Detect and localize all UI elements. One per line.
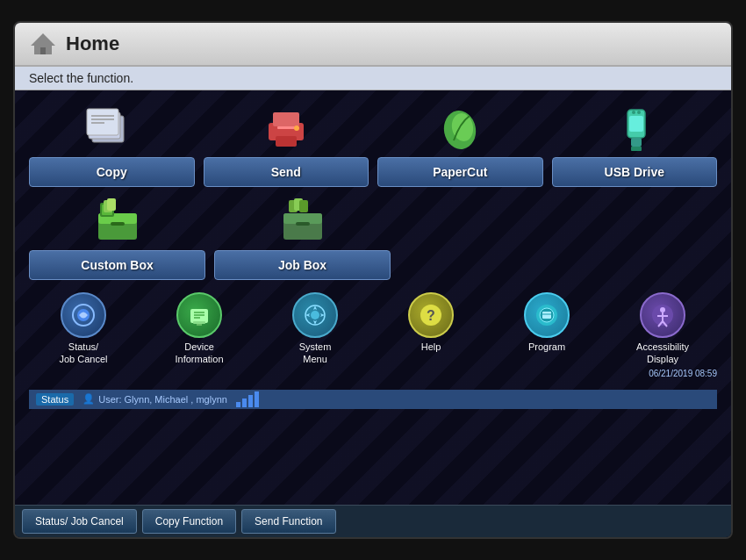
svg-rect-1	[40, 47, 46, 54]
accessibility-icon	[640, 292, 685, 338]
system-menu-icon	[292, 292, 338, 338]
program-icon	[524, 292, 570, 338]
job-box-icon	[272, 196, 334, 248]
datetime-display: 06/21/2019 08:59	[649, 368, 717, 379]
svg-rect-19	[631, 138, 642, 147]
papercut-icon	[429, 103, 491, 155]
send-label: Send	[204, 157, 369, 187]
function-row-1: Copy Send	[29, 103, 717, 187]
svg-rect-36	[296, 222, 310, 226]
usb-drive-label: USB Drive	[552, 157, 718, 187]
taskbar-copy-function-btn[interactable]: Copy Function	[142, 509, 236, 534]
status-job-cancel-button[interactable]: Status/Job Cancel	[29, 292, 138, 366]
send-button[interactable]: Send	[204, 103, 369, 187]
user-text: User: Glynn, Michael , mglynn	[98, 394, 227, 405]
device-info-label: DeviceInformation	[175, 341, 223, 366]
taskbar-send-function-btn[interactable]: Send Function	[241, 509, 335, 534]
svg-rect-51	[542, 312, 551, 319]
svg-point-21	[632, 111, 635, 114]
send-icon	[255, 103, 317, 155]
program-label: Program	[528, 341, 565, 353]
device-information-button[interactable]: DeviceInformation	[145, 292, 254, 366]
svg-rect-13	[276, 136, 297, 147]
system-menu-button[interactable]: SystemMenu	[261, 292, 369, 366]
papercut-button[interactable]: PaperCut	[377, 103, 543, 187]
svg-rect-23	[631, 147, 642, 151]
svg-rect-41	[197, 324, 202, 326]
header-bar: Home	[15, 23, 731, 67]
system-row: Status/Job Cancel DeviceInformation	[29, 292, 717, 379]
svg-rect-14	[277, 126, 295, 129]
svg-point-15	[294, 126, 299, 131]
custom-box-icon	[87, 196, 148, 248]
svg-rect-35	[299, 200, 308, 212]
taskbar: Status/ Job Cancel Copy Function Send Fu…	[15, 505, 731, 537]
main-content: Copy Send	[15, 90, 731, 505]
taskbar-status-btn[interactable]: Status/ Job Cancel	[22, 509, 137, 534]
device-info-icon	[176, 292, 222, 338]
svg-point-22	[637, 111, 641, 114]
help-icon: ?	[408, 292, 454, 338]
copy-button[interactable]: Copy	[29, 103, 195, 187]
accessibility-label: AccessibilityDisplay	[636, 341, 689, 366]
svg-rect-39	[190, 309, 208, 323]
instruction-text: Select the function.	[29, 71, 133, 85]
function-row-2: Custom Box Job Box	[29, 196, 717, 280]
status-label: Status/Job Cancel	[59, 341, 107, 366]
user-icon: 👤	[82, 393, 95, 405]
signal-bars	[236, 391, 259, 407]
copy-label: Copy	[29, 157, 195, 187]
svg-text:?: ?	[427, 308, 435, 323]
usb-drive-icon	[604, 103, 665, 155]
svg-rect-30	[107, 198, 116, 211]
help-label: Help	[421, 341, 441, 353]
copy-icon	[81, 103, 142, 155]
system-menu-label: SystemMenu	[299, 341, 332, 366]
svg-rect-20	[629, 116, 643, 132]
help-button[interactable]: ? Help	[377, 292, 485, 353]
status-icon	[61, 292, 106, 338]
custom-box-label: Custom Box	[29, 250, 205, 280]
sub-header: Select the function.	[15, 67, 731, 90]
svg-rect-28	[111, 222, 125, 226]
job-box-button[interactable]: Job Box	[214, 196, 391, 280]
svg-rect-7	[87, 109, 118, 135]
svg-point-54	[660, 307, 665, 312]
svg-rect-12	[273, 112, 299, 126]
page-title: Home	[66, 32, 119, 55]
user-info: 👤 User: Glynn, Michael , mglynn	[82, 393, 227, 405]
program-button[interactable]: Program	[492, 292, 601, 353]
status-badge: Status	[36, 393, 74, 406]
job-box-label: Job Box	[214, 250, 391, 280]
svg-point-46	[311, 311, 319, 319]
usb-drive-button[interactable]: USB Drive	[552, 103, 718, 187]
home-icon	[29, 30, 57, 58]
papercut-label: PaperCut	[377, 157, 543, 187]
accessibility-display-button[interactable]: AccessibilityDisplay 06/21/2019 08:59	[608, 292, 717, 379]
status-bar: Status 👤 User: Glynn, Michael , mglynn	[29, 390, 717, 409]
custom-box-button[interactable]: Custom Box	[29, 196, 205, 280]
svg-rect-40	[193, 321, 205, 324]
